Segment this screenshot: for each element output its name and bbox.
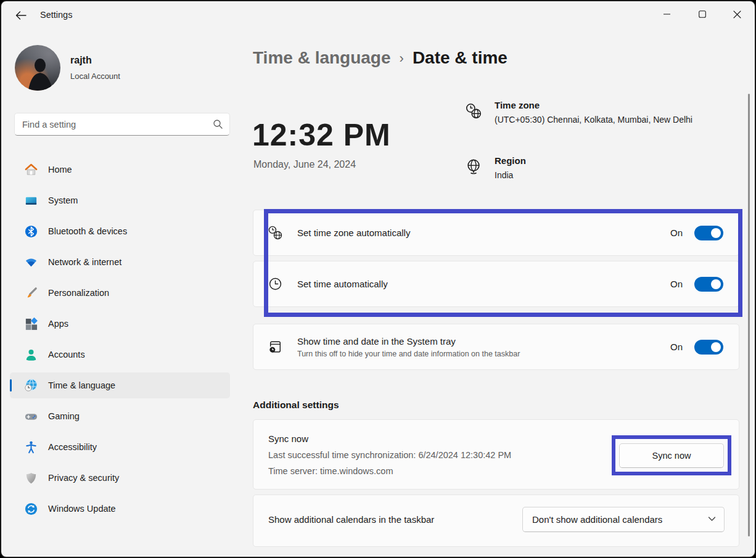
- region-value: India: [495, 170, 526, 180]
- timezone-info: Time zone (UTC+05:30) Chennai, Kolkata, …: [465, 100, 692, 125]
- time-language-icon: [23, 378, 38, 393]
- system-icon: [23, 193, 38, 208]
- accessibility-icon: [23, 440, 38, 454]
- setting-title: Set time automatically: [297, 279, 388, 289]
- timezone-label: Time zone: [495, 100, 692, 110]
- toggle-knob: [711, 228, 721, 238]
- user-account-type: Local Account: [70, 72, 120, 81]
- sidebar-item-time-language[interactable]: Time & language: [10, 372, 230, 398]
- calendar-clock-icon: [268, 339, 284, 355]
- sidebar-item-label: Network & internet: [48, 257, 121, 267]
- sidebar-item-system[interactable]: System: [10, 187, 230, 213]
- clock-icon: [268, 276, 284, 292]
- sidebar-item-accessibility[interactable]: Accessibility: [10, 434, 230, 460]
- sidebar-item-label: Bluetooth & devices: [48, 226, 127, 236]
- apps-icon: [23, 316, 38, 331]
- timezone-clock-globe-icon: [465, 102, 483, 125]
- setting-title: Show time and date in the System tray: [297, 336, 520, 347]
- chevron-down-icon: [708, 516, 716, 522]
- maximize-button[interactable]: [684, 1, 720, 27]
- sync-now-button[interactable]: Sync now: [619, 443, 724, 468]
- region-info: Region India: [465, 155, 526, 180]
- current-date: Monday, June 24, 2024: [253, 159, 356, 170]
- sidebar-nav: Home System Bluetooth & devices Network …: [10, 157, 230, 522]
- timezone-value: (UTC+05:30) Chennai, Kolkata, Mumbai, Ne…: [495, 115, 692, 125]
- shield-icon: [23, 470, 38, 485]
- calendars-dropdown[interactable]: Don't show additional calendars: [522, 507, 725, 532]
- toggle-state-label: On: [670, 228, 683, 238]
- calendars-label: Show additional calendars in the taskbar: [268, 514, 434, 525]
- dropdown-selected-value: Don't show additional calendars: [532, 514, 662, 525]
- toggle-knob: [711, 279, 721, 289]
- sidebar-item-label: Apps: [48, 319, 68, 329]
- gamepad-icon: [23, 409, 38, 424]
- sidebar-item-label: System: [48, 195, 78, 205]
- sidebar-item-label: Personalization: [48, 288, 109, 298]
- sidebar-item-personalization[interactable]: Personalization: [10, 280, 230, 306]
- sync-title: Sync now: [268, 433, 308, 444]
- current-time: 12:32 PM: [252, 117, 391, 153]
- home-icon: [23, 162, 38, 177]
- settings-window: Settings rajth Local Account: [0, 0, 756, 558]
- windows-update-icon: [23, 501, 38, 516]
- sidebar-item-label: Privacy & security: [48, 473, 119, 483]
- search-input[interactable]: [22, 113, 207, 135]
- selected-accent-bar: [10, 379, 12, 392]
- app-title: Settings: [40, 10, 72, 20]
- timezone-auto-toggle[interactable]: [694, 226, 723, 240]
- toggle-state-label: On: [670, 279, 683, 289]
- sidebar-item-label: Accessibility: [48, 442, 97, 452]
- sidebar-item-windows-update[interactable]: Windows Update: [10, 496, 230, 522]
- maximize-icon: [699, 10, 706, 18]
- paintbrush-icon: [23, 285, 38, 300]
- sidebar-item-home[interactable]: Home: [10, 157, 230, 183]
- timezone-auto-icon: [268, 225, 284, 240]
- card-set-timezone-auto: Set time zone automatically On: [253, 210, 739, 256]
- close-button[interactable]: [720, 1, 755, 27]
- sync-server: Time server: time.windows.com: [268, 466, 393, 476]
- back-arrow-icon: [15, 11, 27, 20]
- tray-clock-toggle[interactable]: [694, 340, 723, 355]
- person-icon: [23, 347, 38, 362]
- wifi-icon: [23, 255, 38, 269]
- back-button[interactable]: [11, 6, 31, 25]
- setting-subtitle: Turn this off to hide your time and date…: [297, 350, 520, 358]
- toggle-state-label: On: [670, 342, 683, 352]
- sync-last-success: Last successful time synchronization: 6/…: [268, 450, 511, 460]
- card-system-tray-clock: Show time and date in the System tray Tu…: [253, 324, 739, 370]
- close-icon: [733, 10, 741, 18]
- sidebar-item-accounts[interactable]: Accounts: [10, 342, 230, 367]
- search-icon: [213, 119, 223, 129]
- setting-title: Set time zone automatically: [297, 228, 410, 238]
- bluetooth-icon: [23, 224, 38, 239]
- sidebar-item-privacy-security[interactable]: Privacy & security: [10, 465, 230, 491]
- toggle-knob: [711, 342, 721, 352]
- breadcrumb: Time & language › Date & time: [253, 48, 507, 68]
- search-box: [14, 113, 230, 136]
- region-globe-icon: [465, 158, 483, 180]
- minimize-button[interactable]: [649, 1, 684, 27]
- titlebar: Settings: [1, 1, 755, 30]
- page-title: Date & time: [413, 48, 507, 68]
- time-auto-toggle[interactable]: [694, 277, 723, 292]
- breadcrumb-parent[interactable]: Time & language: [253, 48, 391, 68]
- sidebar-item-label: Time & language: [48, 380, 115, 390]
- avatar-silhouette: [15, 45, 60, 91]
- sidebar-item-apps[interactable]: Apps: [10, 311, 230, 337]
- card-set-time-auto: Set time automatically On: [253, 261, 739, 307]
- sidebar-item-label: Gaming: [48, 411, 80, 421]
- avatar[interactable]: [15, 45, 60, 91]
- sidebar-item-label: Accounts: [48, 350, 85, 359]
- breadcrumb-separator-icon: ›: [400, 49, 404, 67]
- sidebar-item-label: Home: [48, 165, 72, 174]
- section-heading: Additional settings: [253, 400, 339, 411]
- scrollbar[interactable]: [748, 94, 750, 536]
- sidebar-item-label: Windows Update: [48, 504, 116, 514]
- user-name: rajth: [70, 55, 92, 66]
- sidebar-item-network-internet[interactable]: Network & internet: [10, 249, 230, 275]
- sidebar-item-bluetooth-devices[interactable]: Bluetooth & devices: [10, 218, 230, 244]
- region-label: Region: [495, 155, 526, 166]
- minimize-icon: [664, 10, 671, 18]
- sidebar-item-gaming[interactable]: Gaming: [10, 403, 230, 429]
